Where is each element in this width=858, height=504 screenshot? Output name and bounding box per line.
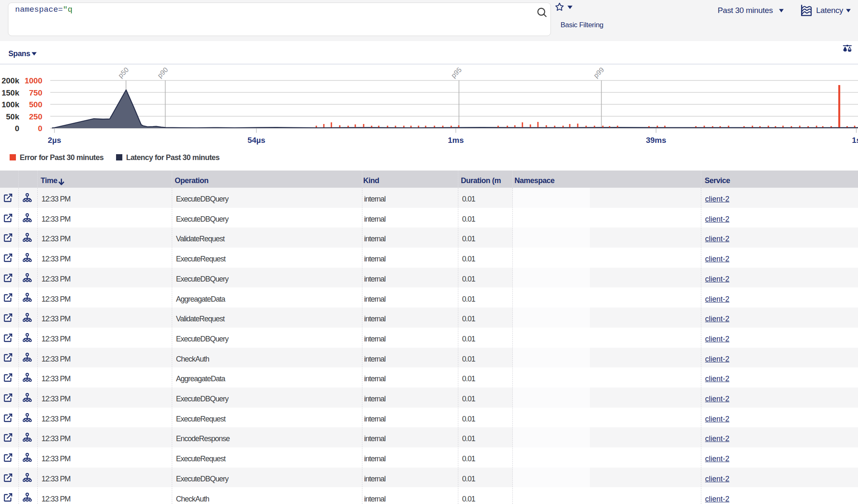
svg-text:1s: 1s	[852, 136, 858, 145]
svg-text:p50: p50	[116, 66, 130, 79]
svg-text:150k: 150k	[2, 88, 20, 97]
svg-text:1ms: 1ms	[448, 136, 464, 145]
svg-text:p99: p99	[592, 66, 605, 79]
svg-text:0: 0	[15, 124, 19, 133]
svg-text:2µs: 2µs	[48, 136, 61, 145]
svg-text:500: 500	[29, 100, 42, 109]
svg-text:750: 750	[29, 88, 42, 97]
svg-text:100k: 100k	[2, 100, 20, 109]
svg-text:39ms: 39ms	[646, 136, 667, 145]
svg-text:54µs: 54µs	[248, 136, 266, 145]
svg-text:1000: 1000	[25, 76, 42, 85]
svg-text:250: 250	[29, 112, 42, 121]
svg-text:p95: p95	[450, 66, 463, 79]
svg-text:0: 0	[38, 124, 42, 133]
svg-text:50k: 50k	[6, 112, 19, 121]
svg-text:p90: p90	[156, 66, 169, 79]
svg-text:200k: 200k	[2, 76, 20, 85]
